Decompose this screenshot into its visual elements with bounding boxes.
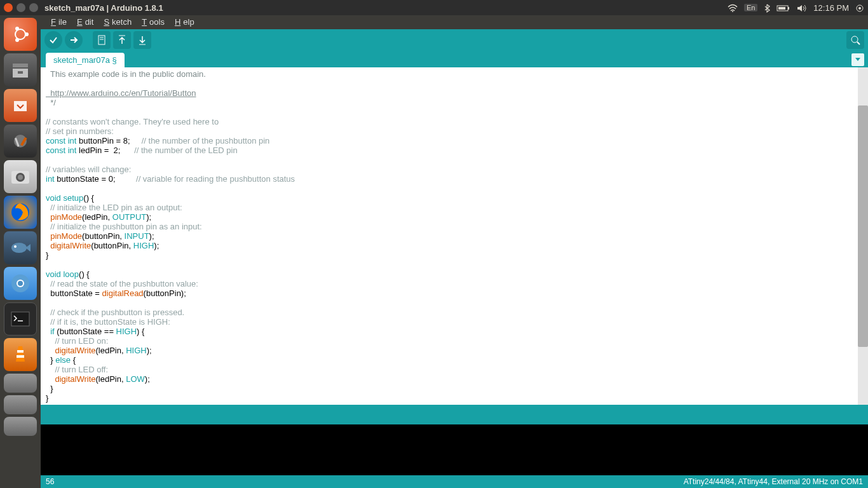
menu-tools[interactable]: Tools — [137, 17, 167, 27]
language-indicator[interactable]: En — [744, 4, 757, 11]
dock-files-icon[interactable] — [4, 53, 37, 86]
tab-strip: sketch_mar07a § — [41, 51, 868, 67]
bluetooth-icon[interactable] — [764, 3, 770, 13]
svg-point-0 — [732, 11, 733, 12]
upload-button[interactable] — [65, 31, 83, 49]
window-close-button[interactable] — [4, 3, 13, 12]
tab-sketch[interactable]: sketch_mar07a § — [46, 53, 125, 67]
menu-file[interactable]: File — [46, 17, 69, 27]
arduino-window: File Edit Sketch Tools Help sketch_mar07… — [41, 15, 868, 488]
svg-point-19 — [18, 175, 23, 180]
svg-point-9 — [15, 38, 19, 42]
svg-point-7 — [25, 32, 29, 36]
verify-button[interactable] — [44, 31, 62, 49]
status-line-number: 56 — [46, 477, 684, 486]
svg-point-6 — [15, 29, 25, 39]
dock-drive-icon[interactable] — [4, 417, 37, 436]
svg-rect-28 — [17, 350, 24, 353]
scrollbar-thumb[interactable] — [858, 105, 868, 347]
menu-help[interactable]: Help — [170, 17, 197, 27]
dock-settings-icon[interactable] — [4, 125, 37, 158]
svg-rect-12 — [18, 71, 23, 74]
window-title: sketch_mar07a | Arduino 1.8.1 — [44, 3, 728, 13]
tab-dropdown-button[interactable] — [851, 53, 864, 66]
dock-drive-icon[interactable] — [4, 395, 37, 414]
dock-ubuntu-icon[interactable] — [4, 18, 37, 51]
toolbar — [41, 29, 868, 51]
menu-edit[interactable]: Edit — [72, 17, 96, 27]
code-editor[interactable]: This example code is in the public domai… — [41, 67, 858, 405]
svg-point-40 — [851, 36, 858, 43]
dock-camera-icon[interactable] — [4, 160, 37, 193]
editor-area: This example code is in the public domai… — [41, 67, 868, 405]
svg-point-21 — [11, 243, 27, 253]
svg-rect-10 — [13, 64, 28, 67]
svg-point-22 — [14, 245, 17, 248]
dock-bluefish-icon[interactable] — [4, 231, 37, 264]
ubuntu-launcher — [0, 15, 41, 488]
dock-drive-icon[interactable] — [4, 374, 37, 393]
dock-chromium-icon[interactable] — [4, 267, 37, 300]
svg-rect-13 — [14, 101, 27, 111]
svg-rect-29 — [17, 355, 24, 358]
svg-point-5 — [858, 7, 861, 10]
svg-rect-2 — [788, 7, 789, 10]
svg-rect-35 — [98, 36, 105, 44]
dock-firefox-icon[interactable] — [4, 196, 37, 229]
menu-sketch[interactable]: Sketch — [98, 17, 134, 27]
editor-scrollbar[interactable] — [858, 67, 868, 405]
svg-rect-26 — [11, 312, 29, 326]
dock-software-icon[interactable] — [4, 89, 37, 122]
battery-icon[interactable] — [776, 3, 790, 13]
svg-point-25 — [18, 281, 23, 286]
window-minimize-button[interactable] — [17, 3, 25, 12]
dock-terminal-icon[interactable] — [4, 302, 37, 336]
status-board-info: ATtiny24/44/84, ATtiny44, External 20 MH… — [684, 477, 863, 486]
svg-rect-3 — [778, 7, 785, 10]
window-buttons — [4, 3, 38, 12]
serial-monitor-button[interactable] — [846, 31, 864, 49]
wifi-icon[interactable] — [728, 3, 738, 13]
menu-bar: File Edit Sketch Tools Help — [41, 15, 868, 29]
status-bar: 56 ATtiny24/44/84, ATtiny44, External 20… — [41, 475, 868, 488]
new-button[interactable] — [93, 31, 111, 49]
ubuntu-top-bar: sketch_mar07a | Arduino 1.8.1 En 12:16 P… — [0, 0, 868, 15]
volume-icon[interactable] — [797, 3, 807, 13]
clock[interactable]: 12:16 PM — [813, 3, 849, 13]
status-message — [41, 409, 868, 424]
save-button[interactable] — [133, 31, 151, 49]
svg-point-8 — [15, 27, 19, 30]
open-button[interactable] — [113, 31, 131, 49]
system-tray: En 12:16 PM — [728, 3, 864, 13]
svg-line-41 — [857, 42, 860, 44]
window-maximize-button[interactable] — [29, 3, 38, 12]
gear-icon[interactable] — [855, 3, 864, 13]
console-output[interactable] — [41, 424, 868, 475]
dock-vlc-icon[interactable] — [4, 338, 37, 371]
